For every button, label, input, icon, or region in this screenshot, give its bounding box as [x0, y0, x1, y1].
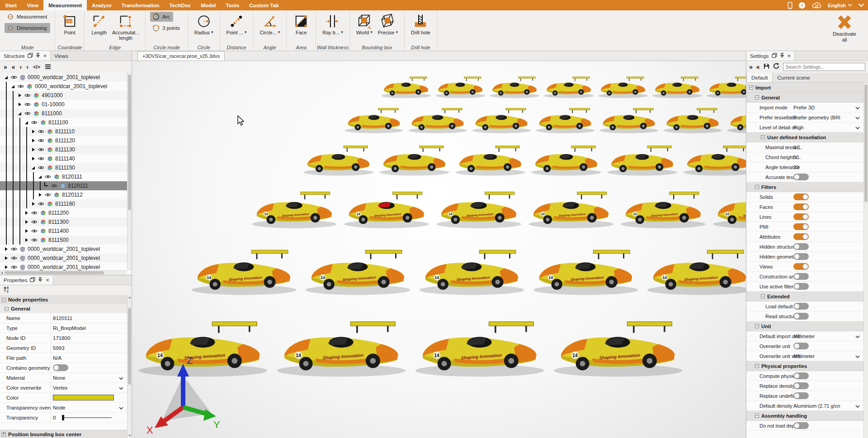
- float-window-icon[interactable]: [28, 53, 33, 59]
- world-button[interactable]: World▾: [354, 12, 374, 36]
- tree-node-0000_worldcar_2001_toplevel[interactable]: 0000_worldcar_2001_toplevel: [0, 245, 132, 254]
- toggle-switch[interactable]: [793, 283, 809, 290]
- mobile-device-icon[interactable]: [788, 2, 793, 9]
- chevron-down-icon[interactable]: [119, 385, 123, 391]
- ray-b-button[interactable]: Ray b...▾: [321, 12, 344, 36]
- menu-icon[interactable]: [45, 63, 51, 71]
- precise-button[interactable]: Precise▾: [376, 12, 400, 36]
- collapse-section-icon[interactable]: −: [749, 85, 753, 89]
- circle-button[interactable]: Circle...▾: [258, 12, 282, 36]
- tree-node-8120111[interactable]: 8120111: [0, 172, 132, 181]
- visibility-eye-icon[interactable]: [18, 84, 24, 89]
- close-icon[interactable]: ×: [46, 277, 49, 283]
- visibility-eye-icon[interactable]: [31, 229, 38, 233]
- point-button[interactable]: x,y,zPoint: [60, 12, 80, 36]
- settings-vscrollbar[interactable]: [863, 83, 868, 438]
- toggle-switch[interactable]: [793, 343, 809, 349]
- visibility-eye-icon[interactable]: [31, 220, 38, 224]
- tree-node-4901000[interactable]: 4901000: [0, 91, 132, 100]
- properties-footer-section[interactable]: + Position bounding box center: [0, 430, 132, 438]
- chevron-down-icon[interactable]: [119, 405, 123, 410]
- length-button[interactable]: Length: [89, 12, 109, 36]
- menu-tab-model[interactable]: Model: [196, 0, 221, 10]
- visibility-eye-icon[interactable]: [11, 256, 17, 260]
- tree-node-8111120[interactable]: 8111120: [0, 136, 132, 145]
- menu-tab-custom-tab[interactable]: Custom Tab: [244, 0, 284, 10]
- toggle-switch[interactable]: [793, 263, 809, 270]
- collapse-all-icon[interactable]: «: [12, 64, 15, 70]
- measurement-button[interactable]: Measurement: [5, 12, 50, 22]
- code-view-icon[interactable]: </>: [33, 65, 40, 70]
- tab-settings[interactable]: Settings ×: [746, 51, 795, 61]
- expander-icon[interactable]: [30, 148, 37, 151]
- accumulat-length-button[interactable]: Accumulat... length: [111, 12, 141, 42]
- collapse-all-icon[interactable]: «: [756, 64, 760, 70]
- properties-vscrollbar[interactable]: [127, 295, 132, 438]
- chevron-down-icon[interactable]: [855, 334, 860, 339]
- face-button[interactable]: Face: [291, 12, 311, 36]
- expand-all-icon[interactable]: »: [749, 64, 753, 70]
- menu-tab-analyze[interactable]: Analyze: [87, 0, 116, 10]
- visibility-eye-icon[interactable]: [24, 102, 31, 107]
- toggle-switch[interactable]: [793, 253, 809, 260]
- close-icon[interactable]: ×: [788, 52, 791, 59]
- visibility-eye-icon[interactable]: [31, 211, 38, 215]
- visibility-eye-icon[interactable]: [38, 156, 44, 161]
- menu-tab-techdoc[interactable]: TechDoc: [165, 0, 196, 10]
- tree-node-8111000[interactable]: 8111000: [0, 109, 132, 118]
- tree-node-8111400[interactable]: 8111400: [0, 226, 132, 235]
- toggle-switch[interactable]: [53, 364, 68, 371]
- sort-az-icon[interactable]: AZ: [4, 286, 9, 294]
- close-icon[interactable]: ×: [43, 52, 47, 59]
- toggle-switch[interactable]: [793, 193, 809, 200]
- settings-tab-default[interactable]: Default: [746, 73, 773, 82]
- language-selector[interactable]: English: [828, 3, 852, 8]
- settings-section-import[interactable]: −Import: [746, 83, 863, 93]
- tree-node-8111500[interactable]: 8111500: [0, 235, 132, 245]
- collapse-section-icon[interactable]: −: [5, 307, 9, 311]
- tree-node-8111160[interactable]: 8111160: [0, 199, 132, 208]
- visibility-eye-icon[interactable]: [38, 165, 44, 170]
- dimensioning-button[interactable]: Dimensioning: [5, 23, 50, 33]
- visibility-eye-icon[interactable]: [38, 138, 44, 143]
- point-button[interactable]: Point ...▾: [225, 12, 249, 36]
- collapse-ribbon-icon[interactable]: [858, 3, 864, 7]
- expander-icon[interactable]: [23, 211, 30, 215]
- chevron-down-icon[interactable]: [855, 125, 860, 130]
- arc-button[interactable]: Arc: [150, 12, 173, 22]
- expander-icon[interactable]: [30, 130, 37, 133]
- chevron-down-icon[interactable]: [855, 353, 860, 359]
- expander-icon[interactable]: [3, 256, 9, 260]
- toggle-switch[interactable]: [793, 213, 809, 220]
- document-tab[interactable]: +3DVS\car_racecar.proe_x25.3dvs: [137, 51, 225, 61]
- toggle-switch[interactable]: [793, 243, 809, 250]
- tab-structure[interactable]: Structure ×: [0, 51, 51, 61]
- menu-tab-measurement[interactable]: Measurement: [43, 0, 87, 10]
- structure-hscrollbar[interactable]: [0, 270, 127, 275]
- pin-icon[interactable]: [38, 277, 42, 283]
- expander-icon[interactable]: [37, 193, 43, 197]
- settings-section-extended[interactable]: −Extended: [746, 292, 863, 301]
- toggle-switch[interactable]: [793, 223, 809, 230]
- expander-icon[interactable]: [3, 76, 9, 79]
- expander-icon[interactable]: [30, 202, 37, 206]
- tree-node-0000_worldcar_2001_toplevel[interactable]: 0000_worldcar_2001_toplevel: [0, 254, 132, 263]
- settings-section-unit[interactable]: −Unit: [746, 321, 863, 331]
- float-window-icon[interactable]: [772, 53, 777, 59]
- tree-node-8111150[interactable]: 8111150: [0, 163, 132, 172]
- visibility-eye-icon[interactable]: [24, 111, 31, 116]
- tree-node-8111100[interactable]: 8111100: [0, 118, 132, 127]
- visibility-eye-icon[interactable]: [24, 93, 31, 98]
- expand-section-icon[interactable]: +: [2, 432, 6, 436]
- expander-icon[interactable]: [37, 175, 43, 179]
- collapse-section-icon[interactable]: −: [755, 414, 759, 418]
- expander-icon[interactable]: [23, 220, 30, 224]
- visibility-eye-icon[interactable]: [11, 265, 17, 269]
- visibility-eye-icon[interactable]: [38, 129, 44, 134]
- expander-icon[interactable]: [30, 157, 37, 160]
- tab-properties[interactable]: Properties ×: [0, 275, 53, 285]
- structure-vscrollbar[interactable]: [127, 73, 132, 270]
- prev-node-icon[interactable]: ‹: [26, 64, 28, 70]
- toggle-switch[interactable]: [793, 422, 809, 429]
- tree-node-8111130[interactable]: 8111130: [0, 145, 132, 154]
